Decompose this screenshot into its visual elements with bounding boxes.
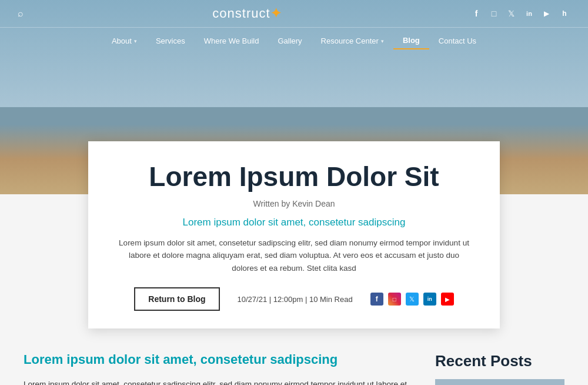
hero-author: Written by Kevin Dean bbox=[118, 199, 470, 208]
share-icons: f □ 𝕏 in ▶ bbox=[370, 293, 454, 306]
social-icons-header: f □ 𝕏 in ▶ h bbox=[470, 8, 570, 19]
share-facebook-icon[interactable]: f bbox=[370, 293, 383, 306]
nav-services[interactable]: Services bbox=[146, 33, 195, 49]
houzz-icon[interactable]: h bbox=[559, 8, 570, 19]
article-body: Lorem ipsum dolor sit amet, consetetur s… bbox=[24, 378, 417, 385]
share-twitter-icon[interactable]: 𝕏 bbox=[406, 293, 419, 306]
svg-rect-2 bbox=[435, 379, 564, 385]
chevron-down-icon: ▾ bbox=[134, 38, 137, 44]
nav-blog[interactable]: Blog bbox=[393, 32, 429, 49]
share-linkedin-icon[interactable]: in bbox=[423, 293, 436, 306]
facebook-icon[interactable]: f bbox=[470, 8, 482, 19]
youtube-icon[interactable]: ▶ bbox=[541, 8, 553, 19]
hero-subtitle: Lorem ipsum dolor sit amet, consetetur s… bbox=[118, 217, 470, 228]
hero-card-wrapper: Lorem Ipsum Dolor Sit Written by Kevin D… bbox=[0, 188, 588, 376]
nav-resource-center[interactable]: Resource Center ▾ bbox=[312, 33, 393, 49]
hero-footer: Return to Blog 10/27/21 | 12:00pm | 10 M… bbox=[118, 287, 470, 311]
instagram-icon[interactable]: □ bbox=[488, 8, 500, 19]
nav-where-we-build[interactable]: Where We Build bbox=[195, 33, 269, 49]
hero-title: Lorem Ipsum Dolor Sit bbox=[118, 162, 470, 192]
share-youtube-icon[interactable]: ▶ bbox=[441, 293, 454, 306]
linkedin-icon[interactable]: in bbox=[523, 8, 535, 19]
main-nav: About ▾ Services Where We Build Gallery … bbox=[0, 27, 588, 54]
top-bar: ⌕ construct✦ f □ 𝕏 in ▶ h bbox=[0, 0, 588, 27]
chevron-down-icon: ▾ bbox=[381, 38, 384, 44]
recent-post-svg bbox=[435, 379, 564, 385]
post-meta: 10/27/21 | 12:00pm | 10 Min Read bbox=[238, 295, 353, 304]
nav-gallery[interactable]: Gallery bbox=[268, 33, 311, 49]
nav-about[interactable]: About ▾ bbox=[102, 33, 146, 49]
hero-card: Lorem Ipsum Dolor Sit Written by Kevin D… bbox=[88, 141, 500, 328]
return-to-blog-button[interactable]: Return to Blog bbox=[134, 287, 219, 311]
share-instagram-icon[interactable]: □ bbox=[388, 293, 401, 306]
search-icon[interactable]: ⌕ bbox=[18, 8, 24, 19]
hero-body: Lorem ipsum dolor sit amet, consetetur s… bbox=[118, 237, 470, 275]
logo-text: construct✦ bbox=[212, 6, 281, 21]
recent-post-image bbox=[435, 379, 564, 385]
logo[interactable]: construct✦ bbox=[212, 6, 281, 21]
twitter-icon[interactable]: 𝕏 bbox=[506, 8, 517, 19]
nav-contact[interactable]: Contact Us bbox=[429, 33, 486, 49]
